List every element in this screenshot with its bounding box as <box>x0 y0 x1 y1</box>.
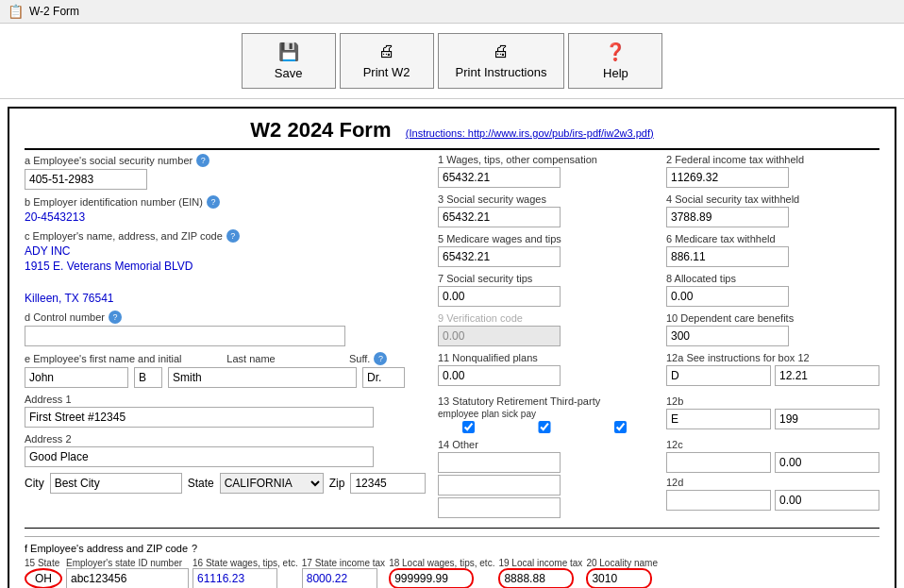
toolbar: 💾 Save 🖨 Print W2 🖨 Print Instructions ❓… <box>0 24 904 99</box>
box4-input[interactable] <box>666 207 789 227</box>
box4-col: 4 Social security tax withheld <box>666 193 879 227</box>
retirement-checkbox[interactable] <box>514 421 576 433</box>
state-label: State <box>188 477 214 490</box>
box13-checkboxes <box>438 421 651 433</box>
ssn-help-icon[interactable]: ? <box>196 154 209 167</box>
box12d-code[interactable] <box>666 490 771 511</box>
box2-input[interactable] <box>666 167 789 188</box>
state-select[interactable]: CALIFORNIA OHIO TEXAS <box>220 473 324 494</box>
box17-input[interactable] <box>302 568 377 588</box>
title-bar: 📋 W-2 Form <box>0 0 904 24</box>
w2-form: W2 2024 Form (Instructions: http://www.i… <box>8 107 896 588</box>
box16-input[interactable] <box>193 568 277 588</box>
help-button[interactable]: ❓ Help <box>568 33 662 89</box>
employer-help-icon[interactable]: ? <box>226 229 240 243</box>
box19-input[interactable] <box>498 568 574 588</box>
box1-2-row: 1 Wages, tips, other compensation 2 Fede… <box>438 154 879 188</box>
box18-input[interactable] <box>389 568 474 588</box>
print-w2-button[interactable]: 🖨 Print W2 <box>340 33 434 89</box>
box11-input[interactable] <box>438 365 561 386</box>
print-instructions-button[interactable]: 🖨 Print Instructions <box>438 33 565 89</box>
box9-label: 9 Verification code <box>438 312 651 324</box>
box6-col: 6 Medicare tax withheld <box>666 233 879 267</box>
box20-col: 20 Locality name <box>586 558 658 588</box>
ssn-input[interactable] <box>25 169 147 190</box>
box8-col: 8 Allocated tips <box>666 273 879 307</box>
box8-label: 8 Allocated tips <box>666 273 879 284</box>
box12d-group: 12d <box>666 477 879 511</box>
ein-label: b Employer identification number (EIN) ? <box>25 195 430 209</box>
box14-input3[interactable] <box>438 497 561 518</box>
box15-state-col: 15 State <box>25 558 62 588</box>
box12c-val[interactable] <box>775 452 879 473</box>
print-instructions-icon: 🖨 <box>493 42 510 61</box>
box12b-val[interactable] <box>775 409 879 429</box>
help-label: Help <box>603 66 628 80</box>
employee-name-label: e Employee's first name and initial Last… <box>25 352 430 365</box>
name-help-icon[interactable]: ? <box>374 352 387 365</box>
box12c-label: 12c <box>666 439 879 450</box>
box12c-code[interactable] <box>666 452 771 473</box>
city-state-zip-row: City State CALIFORNIA OHIO TEXAS Zip <box>25 473 430 494</box>
statutory-checkbox[interactable] <box>438 421 499 433</box>
box9-10-row: 9 Verification code 10 Dependent care be… <box>438 312 879 346</box>
print-w2-icon: 🖨 <box>378 42 395 61</box>
box12d-label: 12d <box>666 477 879 488</box>
form-title: W2 2024 Form <box>250 118 391 142</box>
sickpay-checkbox[interactable] <box>590 421 651 433</box>
box5-col: 5 Medicare wages and tips <box>438 233 651 267</box>
control-label: d Control number ? <box>25 311 430 324</box>
box12d-val[interactable] <box>775 490 879 511</box>
city-label: City <box>25 477 44 490</box>
help-icon: ❓ <box>605 42 626 62</box>
control-group: d Control number ? <box>25 311 430 346</box>
zip-input[interactable] <box>350 473 426 494</box>
box14-input2[interactable] <box>438 475 561 496</box>
box14-label: 14 Other <box>438 439 651 450</box>
box10-input[interactable] <box>666 326 789 346</box>
box15-label: 15 State <box>25 558 62 568</box>
control-input[interactable] <box>25 326 345 346</box>
instructions-link[interactable]: (Instructions: http://www.irs.gov/pub/ir… <box>406 127 654 139</box>
box18-label: 18 Local wages, tips, etc. <box>389 558 494 568</box>
lastname-input[interactable] <box>168 367 357 388</box>
ein-value: 20-4543213 <box>25 210 85 224</box>
box6-label: 6 Medicare tax withheld <box>666 233 879 244</box>
suffix-input[interactable] <box>362 367 405 388</box>
box1-input[interactable] <box>438 167 561 188</box>
address-zip-label: f Employee's address and ZIP code ? <box>25 543 879 554</box>
box3-label: 3 Social security wages <box>438 193 651 205</box>
box20-input[interactable] <box>586 568 652 588</box>
box12c-col: 12c 12d <box>666 439 879 518</box>
box8-input[interactable] <box>666 286 789 307</box>
city-input[interactable] <box>50 473 182 494</box>
ein-help-icon[interactable]: ? <box>207 195 220 209</box>
box17-label: 17 State income tax <box>302 558 385 568</box>
box5-input[interactable] <box>438 246 561 267</box>
box15-state-input[interactable] <box>25 568 62 588</box>
box9-col: 9 Verification code <box>438 312 651 346</box>
address2-input[interactable] <box>25 446 374 467</box>
box7-input[interactable] <box>438 286 561 307</box>
firstname-input[interactable] <box>25 367 128 388</box>
address1-label: Address 1 <box>25 394 430 405</box>
name-row <box>25 367 430 388</box>
box1-col: 1 Wages, tips, other compensation <box>438 154 651 188</box>
box12a-val[interactable] <box>775 365 879 386</box>
address-zip-help-icon[interactable]: ? <box>192 543 197 554</box>
ein-group: b Employer identification number (EIN) ?… <box>25 195 430 224</box>
address1-input[interactable] <box>25 407 374 428</box>
employer-state-id-input[interactable] <box>66 568 189 588</box>
initial-input[interactable] <box>134 367 162 388</box>
title-bar-text: W-2 Form <box>29 5 79 18</box>
box3-input[interactable] <box>438 207 561 227</box>
box12a-code[interactable] <box>666 365 771 386</box>
save-button[interactable]: 💾 Save <box>242 33 336 89</box>
box12b-col: 12b <box>666 395 879 433</box>
box16-label: 16 State wages, tips, etc. <box>193 558 298 568</box>
box14-input[interactable] <box>438 452 561 473</box>
box7-8-row: 7 Social security tips 8 Allocated tips <box>438 273 879 307</box>
box6-input[interactable] <box>666 246 789 267</box>
control-help-icon[interactable]: ? <box>109 311 122 324</box>
box12b-code[interactable] <box>666 409 771 429</box>
